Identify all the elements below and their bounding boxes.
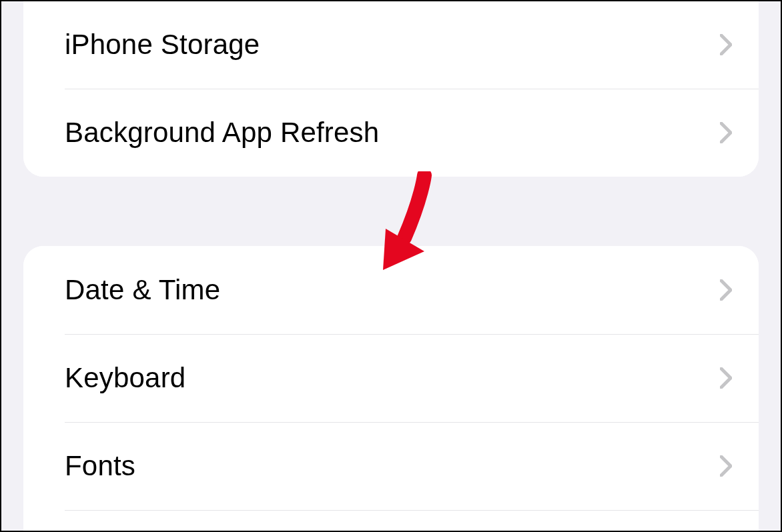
settings-row-keyboard[interactable]: Keyboard bbox=[23, 334, 759, 422]
settings-row-language-region[interactable]: Language & Region bbox=[23, 510, 759, 532]
settings-row-background-app-refresh[interactable]: Background App Refresh bbox=[23, 89, 759, 177]
chevron-right-icon bbox=[720, 279, 732, 301]
settings-row-fonts[interactable]: Fonts bbox=[23, 422, 759, 510]
settings-screen: iPhone Storage Background App Refresh Da… bbox=[0, 0, 782, 532]
settings-row-date-time[interactable]: Date & Time bbox=[23, 246, 759, 334]
settings-row-label: Fonts bbox=[65, 450, 135, 482]
settings-group-storage: iPhone Storage Background App Refresh bbox=[23, 1, 759, 177]
settings-row-label: iPhone Storage bbox=[65, 29, 260, 61]
settings-row-label: Date & Time bbox=[65, 274, 220, 306]
chevron-right-icon bbox=[720, 122, 732, 143]
settings-row-label: Background App Refresh bbox=[65, 117, 379, 149]
group-spacer bbox=[23, 177, 759, 246]
chevron-right-icon bbox=[720, 367, 732, 389]
chevron-right-icon bbox=[720, 455, 732, 477]
chevron-right-icon bbox=[720, 34, 732, 55]
settings-row-iphone-storage[interactable]: iPhone Storage bbox=[23, 1, 759, 89]
settings-group-general: Date & Time Keyboard Fonts Language & Re… bbox=[23, 246, 759, 532]
settings-row-label: Keyboard bbox=[65, 362, 185, 394]
